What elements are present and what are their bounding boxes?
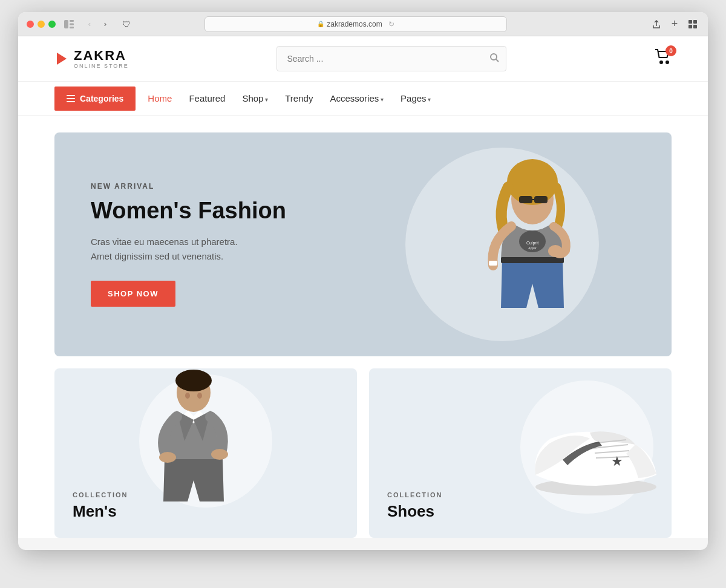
forward-button[interactable]: ›: [98, 18, 113, 31]
svg-rect-23: [489, 261, 497, 266]
svg-marker-8: [57, 53, 67, 65]
hero-content: NEW ARRIVAL Women's Fashion Cras vitae e…: [54, 158, 322, 332]
search-input[interactable]: [276, 46, 506, 71]
hero-desc-line1: Cras vitae eu maecenas ut pharetra.: [91, 235, 286, 249]
svg-point-30: [211, 449, 228, 460]
nav-item-accessories[interactable]: Accessories: [330, 93, 384, 104]
collection-card-shoes[interactable]: ★ COLLECTION Shoes: [369, 368, 672, 538]
nav-link-pages[interactable]: Pages: [401, 93, 431, 103]
sidebar-toggle-button[interactable]: [60, 18, 77, 31]
nav-item-shop[interactable]: Shop: [242, 93, 268, 104]
reload-icon[interactable]: ↻: [388, 20, 394, 28]
svg-rect-6: [688, 25, 692, 28]
hero-label: NEW ARRIVAL: [91, 182, 286, 191]
close-button[interactable]: [27, 21, 34, 28]
grid-view-icon[interactable]: [686, 18, 699, 31]
new-tab-icon[interactable]: +: [668, 18, 681, 31]
svg-rect-0: [64, 20, 68, 28]
nav-link-shop[interactable]: Shop: [242, 93, 268, 103]
logo-link[interactable]: ZAKRA ONLINE STORE: [54, 49, 129, 69]
categories-label: Categories: [80, 94, 123, 103]
nav-item-pages[interactable]: Pages: [401, 93, 431, 104]
svg-point-12: [666, 61, 669, 64]
svg-rect-4: [688, 20, 692, 24]
hero-woman-figure: Culprit Appar: [442, 132, 623, 356]
svg-rect-3: [70, 27, 74, 28]
hero-desc-line2: Amet dignissim sed ut venenatis.: [91, 249, 286, 264]
svg-rect-2: [70, 23, 74, 25]
back-button[interactable]: ‹: [82, 18, 97, 31]
store-page: ZAKRA ONLINE STORE: [18, 36, 708, 538]
hero-title: Women's Fashion: [91, 198, 286, 224]
nav-link-featured[interactable]: Featured: [189, 93, 225, 103]
svg-text:Appar: Appar: [528, 246, 537, 250]
browser-actions: +: [650, 18, 699, 31]
svg-point-11: [660, 61, 662, 64]
logo-icon: [54, 51, 69, 66]
svg-rect-14: [67, 98, 75, 99]
man-svg: [133, 368, 254, 514]
hero-image-area: Culprit Appar: [332, 132, 672, 356]
svg-rect-18: [519, 196, 532, 203]
svg-text:★: ★: [611, 454, 623, 469]
browser-window: ‹ › 🛡 🔒 zakrademos.com ↻ +: [18, 12, 708, 550]
man-figure: [133, 368, 254, 516]
minimize-button[interactable]: [38, 21, 45, 28]
logo-text: ZAKRA ONLINE STORE: [74, 49, 129, 69]
svg-point-28: [175, 370, 212, 391]
nav-item-featured[interactable]: Featured: [189, 93, 225, 104]
svg-text:Culprit: Culprit: [526, 241, 538, 246]
traffic-lights: [27, 21, 56, 28]
store-nav: Categories Home Featured Shop Trendy Acc…: [18, 82, 708, 116]
browser-titlebar: ‹ › 🛡 🔒 zakrademos.com ↻ +: [18, 12, 708, 36]
svg-point-17: [507, 159, 558, 205]
svg-point-29: [159, 452, 176, 463]
svg-rect-21: [501, 257, 564, 263]
svg-point-22: [548, 245, 563, 257]
lock-icon: 🔒: [317, 21, 324, 27]
nav-menu: Home Featured Shop Trendy Accessories Pa…: [148, 93, 431, 104]
svg-rect-5: [693, 20, 697, 24]
hero-description: Cras vitae eu maecenas ut pharetra. Amet…: [91, 235, 286, 264]
svg-line-10: [496, 59, 499, 62]
svg-rect-15: [67, 101, 75, 102]
nav-link-trendy[interactable]: Trendy: [285, 93, 313, 103]
svg-rect-13: [67, 95, 75, 96]
collection-card-men[interactable]: COLLECTION Men's: [54, 368, 357, 538]
nav-arrows: ‹ ›: [82, 18, 113, 31]
svg-rect-19: [534, 196, 548, 203]
categories-button[interactable]: Categories: [54, 87, 136, 111]
svg-point-9: [491, 54, 497, 60]
hero-cta-button[interactable]: SHOP NOW: [91, 281, 175, 307]
cart-icon-wrapper[interactable]: 0: [655, 49, 672, 68]
cart-badge: 0: [666, 45, 676, 56]
collection-row: COLLECTION Men's: [54, 368, 672, 538]
nav-link-accessories[interactable]: Accessories: [330, 93, 384, 103]
share-icon[interactable]: [650, 18, 663, 31]
search-form: [276, 46, 506, 71]
hero-section: NEW ARRIVAL Women's Fashion Cras vitae e…: [54, 132, 672, 356]
search-button[interactable]: [489, 53, 499, 65]
shoe-svg: ★: [526, 402, 666, 499]
nav-link-home[interactable]: Home: [148, 93, 172, 103]
url-text: zakrademos.com: [327, 20, 382, 28]
maximize-button[interactable]: [48, 21, 56, 28]
address-bar[interactable]: 🔒 zakrademos.com ↻: [204, 16, 507, 32]
nav-item-trendy[interactable]: Trendy: [285, 93, 313, 104]
woman-svg: Culprit Appar: [448, 139, 617, 356]
shoe-figure: ★: [526, 402, 666, 501]
logo-name: ZAKRA: [74, 49, 129, 62]
store-header: ZAKRA ONLINE STORE: [18, 36, 708, 82]
svg-rect-7: [693, 25, 697, 28]
svg-point-32: [197, 393, 202, 399]
logo-sub: ONLINE STORE: [74, 63, 129, 69]
svg-point-31: [185, 393, 190, 399]
svg-rect-1: [70, 20, 74, 22]
shield-icon: 🛡: [122, 19, 131, 29]
nav-item-home[interactable]: Home: [148, 93, 172, 104]
